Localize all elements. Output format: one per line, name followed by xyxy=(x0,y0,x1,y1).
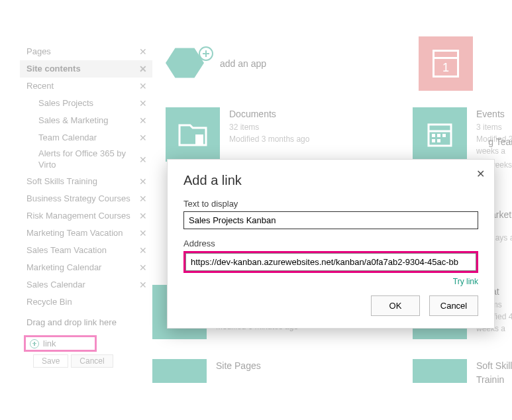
dialog-title: Add a link xyxy=(183,173,478,188)
close-icon[interactable]: ✕ xyxy=(476,168,485,180)
text-to-display-label: Text to display xyxy=(183,199,478,209)
address-input[interactable] xyxy=(185,253,476,271)
add-link-dialog: ✕ Add a link Text to display Address Try… xyxy=(167,159,495,329)
ok-button[interactable]: OK xyxy=(371,295,420,316)
address-label: Address xyxy=(183,238,478,248)
cancel-button[interactable]: Cancel xyxy=(429,295,478,316)
text-to-display-input[interactable] xyxy=(183,211,478,229)
try-link[interactable]: Try link xyxy=(453,277,478,286)
